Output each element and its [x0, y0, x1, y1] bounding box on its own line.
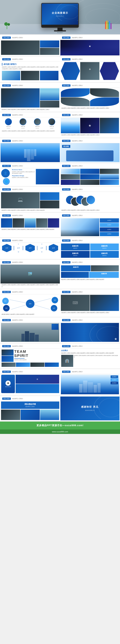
slide14-header-r: YOU LOGO 此处填写人员简介 [60, 344, 120, 348]
green-footer-sub: www.sucai999.com [0, 430, 120, 434]
slide11-header-r: YOU LOGO 此处填写人员简介 [60, 260, 120, 265]
text-box-1-content: 企业简介 [107, 220, 112, 221]
member-photo-1 [5, 118, 12, 125]
slide6-right: YOU LOGO 此处填写人员简介 图文搭配 [60, 139, 120, 162]
exceed-block-1: 超越自我 [61, 265, 91, 271]
tag-s7r: 此处填写人员简介 [72, 165, 83, 167]
pg-2 [80, 169, 100, 174]
slide16-left: YOU LOGO 此处填写人员简介 团队精益求精 此处填写人员简介 [0, 396, 60, 420]
slide14-right-content: 企业简介 此处填写人员简介此处填写人员简介此处填写人员简介此处填写人员简介此处填… [60, 348, 120, 368]
slide7-icons: 👤 🌐 [1, 169, 12, 185]
tag-s10l: 此处填写人员简介 [12, 240, 23, 242]
mind-map: 总结 能力 创新 发展 合作 [0, 294, 60, 313]
tag-s4r: 此处填写人员简介 [72, 84, 83, 86]
slide4-right-text: 此处填写人员简介此处填写人员简介此处填写人员简介此处填写人员简介此处填写人员简介 [60, 107, 120, 110]
photo-bottom-right [40, 101, 59, 108]
slide-3: YOU LOGO 此处填写人员简介 成功源大家智力 此处填写人员简介此处填写人员… [0, 56, 120, 82]
tag-s14l: 此处填写人员简介 [12, 345, 23, 347]
slide7-left: YOU LOGO 此处填写人员简介 👤 🌐 Business Name 此处填写… [0, 164, 60, 186]
exceed-4: 超越自我 超越自我 [90, 251, 119, 258]
exceed-text-3: 超越自我 [62, 252, 88, 254]
exceed-text-1: 超越自我 [62, 245, 88, 247]
monitor-title: 企业画册展示 [52, 12, 68, 14]
green-footer-bar: 更多精品PPT资源尽在—sucai999.com! [0, 422, 120, 430]
slide-7: YOU LOGO 此处填写人员简介 👤 🌐 Business Name 此处填写… [0, 163, 120, 186]
slide4-right-grid [60, 88, 120, 107]
svg-point-12 [99, 398, 120, 417]
company-intro-title: 成功源大家智力 [2, 63, 58, 66]
diamond-img-1 [61, 62, 80, 80]
tag-s13l: 此处填写人员简介 [12, 319, 23, 321]
tagline-s3r: 此处填写人员简介 [72, 58, 83, 60]
company-intro-text: 此处填写人员简介此处填写人员简介此处填写人员简介此处填写人员简介此处填写人员简介… [2, 66, 58, 70]
slide9-left-text: 此处填写人员简介此处填写人员简介此处填写人员简介此处填写人员简介此处填写人员简介… [0, 228, 60, 231]
logo-s10l: YOU LOGO [2, 240, 11, 242]
cover-logo-area: 举几四件 [0, 32, 120, 34]
strip-2 [13, 218, 24, 228]
slide12-left: YOU LOGO 此处填写人员简介 总结 能力 创新 发展 合作 [0, 290, 60, 316]
slide9-left: YOU LOGO 此处填写人员简介 此处填写人员简介此处填写人员简介此处填写人员… [0, 213, 60, 237]
slide7-photo-grid [60, 168, 120, 186]
logo-s5l: YOU LOGO [2, 114, 11, 116]
slide11-left-text: 此处填写人员简介此处填写人员简介此处填写人员简介此处填写人员简介此处填写人员简介… [0, 284, 60, 288]
mascot-right-imgs: ★ [16, 375, 59, 393]
logo-s11l: YOU LOGO [2, 261, 11, 264]
team-spirit-title: TEAM [14, 350, 59, 354]
slide-8: YOU LOGO 此处填写人员简介 💻 此处填写人员简介此处填写人员简介此处填写… [0, 187, 120, 212]
slide12-right-text: 此处填写人员简介此处填写人员简介此处填写人员简介此处填写人员简介此处填写人员简介 [60, 312, 120, 314]
slide-2: YOU LOGO 此处填写人员简介 YOU LOGO 此处填写人员简介 [0, 35, 120, 56]
logo-s11r: YOU LOGO [62, 261, 71, 264]
slide14-left: YOU LOGO 此处填写人员简介 TEAM SPIRIT 此处 [0, 344, 60, 368]
pg-9 [100, 180, 119, 185]
text-box-2-content: 企业简介 [107, 224, 112, 226]
slide-12: YOU LOGO 此处填写人员简介 总结 能力 创新 发展 合作 [0, 289, 120, 317]
slide5-right-images: ★ [60, 117, 120, 134]
pencils-decoration [105, 20, 112, 29]
thanks-main-text: 感谢聆听 再见 [81, 406, 98, 408]
team-member-4: 企业人员 此处填写 [48, 118, 55, 129]
slide-10: YOU LOGO 此处填写人员简介 文字 文字 文字 文字 文字 YOU LOG… [0, 238, 120, 259]
center-node: 总结 [26, 300, 34, 308]
tag-s9r: 此处填写人员简介 [72, 214, 83, 216]
logo-box-s3: YOU LOGO [2, 58, 11, 60]
slide16-right: 感谢聆听 再见 某某科技有限公司 [60, 396, 120, 420]
tag-s5l: 此处填写人员简介 [12, 114, 23, 116]
team-spirit-subtitle: SPIRIT [14, 354, 59, 358]
exceed-img-1 [91, 265, 119, 271]
info-boxes-right: 企业简介 企业简介 企业简介 [110, 376, 118, 384]
slide12-right: YOU LOGO 此处填写人员简介 ⌨ 此处填写人员简介此处填写人员简介此处填写… [60, 290, 120, 316]
img-stack-1 [40, 192, 59, 200]
logo-s16l: YOU LOGO [2, 398, 11, 400]
logo-s15r: YOU LOGO [62, 370, 71, 373]
member-photo-4 [48, 118, 55, 125]
text-box-3: 企业简介 [100, 228, 119, 232]
svg-point-2 [86, 8, 120, 26]
slide7-text-area: Business Name 此处填写人员简介此处填写人员简介此处填写人员简介此处… [12, 169, 35, 185]
s14r-image-text: 👔 此处填写人员简介此处填写人员简介此处填写人员简介此处填写人员简介此处填写人员… [61, 355, 119, 367]
slide11-right: YOU LOGO 此处填写人员简介 超越自我 超越自我 此处填写人员简介此处填写… [60, 260, 120, 288]
team-spirit-layout: TEAM SPIRIT 此处填写人员简介此处填写 [0, 348, 60, 368]
tag-s15l: 此处填写人员简介 [12, 371, 23, 373]
circle-overlap-5 [86, 195, 96, 204]
member-label-2: 企业人员 [21, 126, 25, 127]
slide9-text-blocks: 企业简介 企业简介 企业简介 企业简介 [100, 218, 119, 236]
s7-biz-label: Business Name [12, 169, 35, 170]
slide12-left-text: 成功源大家智力 此处填写人员简介此处填写人员简介此处填写 [0, 313, 60, 316]
slide11-city-view: 🏙️ [0, 265, 60, 284]
photo-r2 [90, 88, 119, 97]
img-s5r-2: ★ [80, 118, 100, 133]
img-s5r-3 [100, 118, 119, 133]
tag-s14r: 此处填写人员简介 [72, 345, 83, 347]
hex-2: 文字 [14, 244, 23, 252]
logo-box-left: YOU LOGO [2, 36, 11, 39]
slide7-right: YOU LOGO 此处填写人员简介 [60, 164, 120, 186]
intro-img-3 [40, 71, 58, 80]
cover-logo: 举几四件 [0, 32, 120, 34]
slide10-header-l: YOU LOGO 此处填写人员简介 [0, 238, 60, 243]
s7-desc-2: 此处填写人员简介此处填写人员简介 [12, 177, 35, 178]
exceed-with-imgs: 超越自我 [61, 265, 119, 271]
building-img [0, 143, 60, 162]
cover-slide: 企业画册展示 某某科技有限公司 企业画册展示 举几四件 [0, 0, 120, 34]
s14r-img: 👔 [61, 355, 73, 367]
slide9-main-img [61, 218, 99, 236]
